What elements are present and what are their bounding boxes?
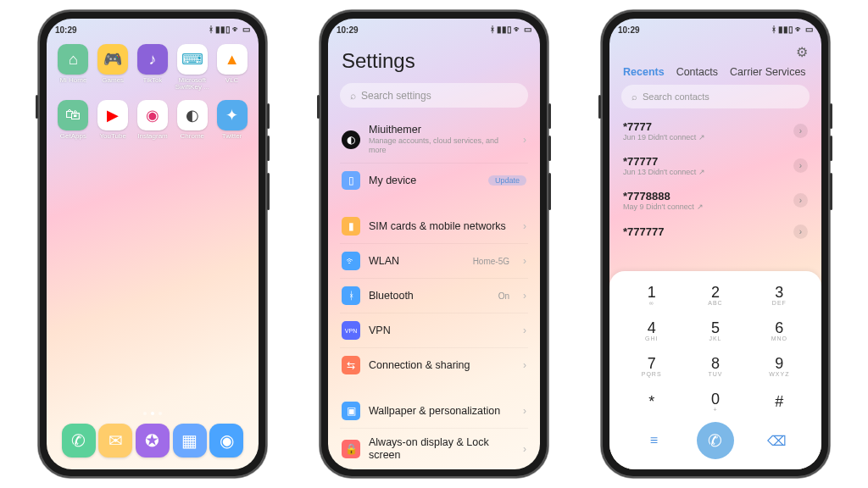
row-label: Bluetooth bbox=[369, 290, 490, 302]
call-entry[interactable]: *7777Jun 19 Didn't connect ↗› bbox=[623, 114, 808, 148]
backspace-icon[interactable]: ⌫ bbox=[746, 433, 808, 449]
row-label: Always-on display & Lock screen bbox=[369, 436, 509, 462]
app-icon: ⌨ bbox=[177, 44, 208, 75]
key-digit: 5 bbox=[711, 320, 720, 336]
status-bar: 10:29 ᚼ ▮▮▯ ᯤ ▭ bbox=[609, 19, 821, 39]
signal-icon: ▮▮▯ bbox=[497, 25, 512, 34]
settings-row-connection-sharing[interactable]: ⇆Connection & sharing› bbox=[340, 347, 528, 382]
settings-row-always-on-display-lock-screen[interactable]: 🔒Always-on display & Lock screen› bbox=[340, 428, 528, 469]
gear-icon[interactable]: ⚙ bbox=[794, 44, 810, 59]
settings-row-device[interactable]: ▯ My device Update bbox=[340, 163, 528, 197]
dock: ✆✉✪▦◉ bbox=[55, 420, 250, 466]
status-icons: ᚼ ▮▮▯ ᯤ ▭ bbox=[209, 25, 250, 34]
account-sub: Manage accounts, cloud services, and mor… bbox=[369, 136, 509, 155]
tab-contacts[interactable]: Contacts bbox=[676, 66, 718, 78]
key-6[interactable]: 6MNO bbox=[751, 317, 808, 344]
battery-icon: ▭ bbox=[805, 25, 813, 34]
row-icon: ᚼ bbox=[342, 286, 360, 305]
dock-gallery[interactable]: ▦ bbox=[173, 424, 207, 458]
chevron-right-icon[interactable]: › bbox=[793, 225, 808, 239]
update-badge[interactable]: Update bbox=[488, 175, 526, 186]
tabs: RecentsContactsCarrier Services bbox=[609, 59, 821, 85]
search-input[interactable]: ⌕ Search settings bbox=[340, 83, 528, 108]
status-time: 10:29 bbox=[55, 25, 77, 35]
app-chrome[interactable]: ◐Chrome bbox=[174, 100, 210, 147]
key-3[interactable]: 3DEF bbox=[751, 281, 808, 308]
app-getapps[interactable]: 🛍GetApps bbox=[55, 100, 92, 147]
chevron-right-icon[interactable]: › bbox=[793, 124, 808, 138]
status-time: 10:29 bbox=[337, 25, 359, 35]
settings-row-account[interactable]: ◐ Miuithemer Manage accounts, cloud serv… bbox=[340, 116, 528, 163]
dialer: 1∞2ABC3DEF4GHI5JKL6MNO7PQRS8TUV9WXYZ*0+#… bbox=[609, 271, 821, 469]
device-settings: 10:29 ᚼ ▮▮▯ ᯤ ▭ Settings ⌕ Search settin… bbox=[320, 10, 548, 478]
search-input[interactable]: ⌕ Search contacts bbox=[621, 85, 810, 108]
key-4[interactable]: 4GHI bbox=[623, 317, 680, 344]
key-*[interactable]: * bbox=[623, 388, 680, 415]
key-9[interactable]: 9WXYZ bbox=[751, 352, 808, 380]
chevron-right-icon[interactable]: › bbox=[793, 158, 808, 173]
row-icon: ⇆ bbox=[342, 356, 360, 374]
key-letters: PQRS bbox=[642, 371, 662, 377]
page-dot[interactable] bbox=[143, 412, 147, 415]
page-dot[interactable] bbox=[151, 412, 154, 415]
page-indicator[interactable] bbox=[55, 407, 250, 420]
app-mi-home[interactable]: ⌂Mi Home bbox=[55, 44, 92, 92]
call-sub: May 9 Didn't connect ↗ bbox=[623, 202, 704, 211]
dock-messages[interactable]: ✉ bbox=[98, 424, 132, 458]
tab-recents[interactable]: Recents bbox=[623, 66, 665, 78]
app-label: Twitter bbox=[222, 133, 242, 147]
phone-screen: 10:29 ᚼ ▮▮▯ ᯤ ▭ ⚙ RecentsContactsCarrier… bbox=[609, 19, 821, 469]
chevron-right-icon: › bbox=[523, 359, 526, 371]
signal-icon: ▮▮▯ bbox=[215, 25, 231, 34]
menu-icon[interactable]: ≡ bbox=[623, 433, 685, 448]
row-label: My device bbox=[369, 175, 480, 187]
tab-carrier-services[interactable]: Carrier Services bbox=[730, 66, 806, 78]
key-5[interactable]: 5JKL bbox=[687, 317, 743, 344]
key-digit: 0 bbox=[711, 391, 720, 407]
key-digit: 9 bbox=[775, 356, 783, 371]
chevron-right-icon[interactable]: › bbox=[793, 193, 808, 208]
call-button[interactable]: ✆ bbox=[697, 422, 734, 459]
dock-camera[interactable]: ◉ bbox=[209, 424, 243, 458]
app-icon: ▶ bbox=[97, 100, 128, 130]
row-icon: ᯤ bbox=[342, 252, 360, 270]
app-grid: ⌂Mi Home🎮Games♪TikTok⌨Microsoft SwiftKey… bbox=[55, 44, 250, 147]
key-7[interactable]: 7PQRS bbox=[623, 352, 680, 380]
app-games[interactable]: 🎮Games bbox=[95, 44, 131, 92]
search-icon: ⌕ bbox=[632, 92, 637, 102]
settings-row-vpn[interactable]: VPNVPN› bbox=[340, 313, 528, 347]
app-label: YouTube bbox=[99, 133, 125, 147]
chevron-right-icon: › bbox=[523, 134, 526, 146]
app-twitter[interactable]: ✦Twitter bbox=[214, 100, 250, 147]
dock-phone[interactable]: ✆ bbox=[62, 424, 96, 458]
key-1[interactable]: 1∞ bbox=[623, 281, 680, 308]
call-entry[interactable]: *777777› bbox=[623, 218, 808, 246]
page-dot[interactable] bbox=[159, 412, 162, 415]
call-entry[interactable]: *7778888May 9 Didn't connect ↗› bbox=[623, 183, 808, 218]
app-vlc[interactable]: ▲VLC bbox=[214, 44, 250, 92]
key-letters: DEF bbox=[772, 300, 787, 306]
settings-row-wallpaper-personalization[interactable]: ▣Wallpaper & personalization› bbox=[340, 394, 528, 428]
app-instagram[interactable]: ◉Instagram bbox=[135, 100, 171, 147]
app-youtube[interactable]: ▶YouTube bbox=[95, 100, 131, 147]
row-label: VPN bbox=[369, 324, 509, 337]
chevron-right-icon: › bbox=[523, 290, 526, 302]
key-2[interactable]: 2ABC bbox=[687, 281, 743, 308]
app-tiktok[interactable]: ♪TikTok bbox=[135, 44, 171, 92]
key-#[interactable]: # bbox=[751, 388, 808, 415]
app-icon: ⌂ bbox=[58, 44, 88, 75]
app-microsoft-swiftkey-[interactable]: ⌨Microsoft SwiftKey ... bbox=[174, 44, 210, 92]
key-8[interactable]: 8TUV bbox=[687, 352, 743, 380]
app-icon: ♪ bbox=[137, 44, 168, 75]
chevron-right-icon: › bbox=[523, 443, 526, 455]
call-entry[interactable]: *77777Jun 13 Didn't connect ↗› bbox=[623, 148, 808, 183]
app-label: Games bbox=[102, 77, 124, 91]
settings-row-bluetooth[interactable]: ᚼBluetoothOn› bbox=[340, 278, 528, 313]
settings-row-sim-cards-mobile-networks[interactable]: ▮SIM cards & mobile networks› bbox=[340, 209, 528, 243]
key-0[interactable]: 0+ bbox=[687, 388, 743, 415]
dock-browser[interactable]: ✪ bbox=[136, 424, 170, 458]
call-number: *7777 bbox=[623, 120, 705, 133]
wifi-icon: ᯤ bbox=[232, 25, 241, 34]
battery-icon: ▭ bbox=[242, 25, 250, 34]
settings-row-wlan[interactable]: ᯤWLANHome-5G› bbox=[340, 243, 528, 278]
